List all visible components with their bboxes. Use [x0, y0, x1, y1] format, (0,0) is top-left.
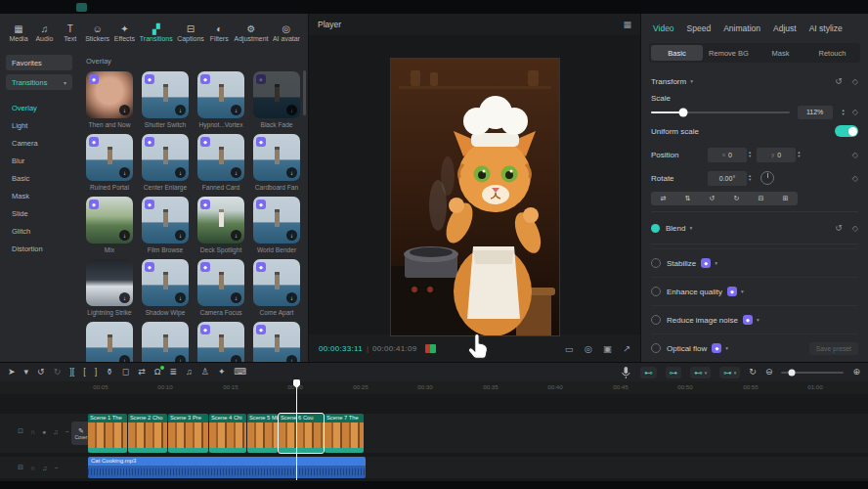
chevron-down-icon[interactable]: ▾: [690, 78, 693, 84]
feature-checkbox[interactable]: [651, 287, 661, 296]
download-icon[interactable]: ↓: [286, 355, 297, 362]
download-icon[interactable]: ↓: [119, 292, 130, 303]
group-clips-icon[interactable]: ⊶: [666, 367, 682, 378]
transition-thumbnail[interactable]: ◆ ↓: [86, 134, 133, 181]
transition-thumbnail[interactable]: ◆ ↓: [253, 259, 300, 306]
tab-adjust[interactable]: Adjust: [773, 23, 797, 33]
chevron-down-icon[interactable]: ▾: [757, 317, 760, 323]
transition-thumbnail[interactable]: ◆ ↓: [142, 71, 189, 118]
transition-thumbnail[interactable]: ◆ ↓: [197, 322, 244, 362]
wand-icon[interactable]: ✦: [218, 368, 226, 377]
keyframe-icon[interactable]: ◇: [852, 151, 858, 159]
transition-item[interactable]: ◆ ↓ Camera Focus: [197, 259, 244, 318]
download-icon[interactable]: ↓: [286, 105, 297, 115]
transition-thumbnail[interactable]: ◆ ↓: [253, 71, 300, 118]
transition-thumbnail[interactable]: ↓: [86, 322, 133, 362]
snapshot-icon[interactable]: ◎: [585, 343, 592, 354]
category-glitch[interactable]: Glitch: [0, 222, 78, 240]
tab-animation[interactable]: Animation: [723, 23, 760, 33]
audio-clip[interactable]: Cat Cooking.mp3: [88, 457, 366, 478]
scene-clip[interactable]: Scene 1 The: [88, 414, 127, 453]
transition-thumbnail[interactable]: ◆ ↓: [253, 197, 300, 244]
rotate-left-icon[interactable]: ↺: [710, 195, 716, 202]
transition-thumbnail[interactable]: ◆ ↓: [253, 134, 300, 181]
collapse-track-icon[interactable]: −: [65, 428, 68, 435]
transition-item[interactable]: ◆ ↓ World Bender: [253, 197, 300, 255]
mute-track-icon[interactable]: ♫: [42, 465, 47, 471]
download-icon[interactable]: ↓: [286, 167, 297, 178]
track-type-icon[interactable]: ⊟: [18, 464, 23, 471]
fullscreen-icon[interactable]: ↗: [623, 343, 630, 354]
media-tool[interactable]: ▦ Media: [8, 23, 29, 42]
subtab-retouch[interactable]: Retouch: [806, 45, 858, 61]
transition-item[interactable]: ↓: [86, 322, 133, 362]
scene-clip[interactable]: Scene 6 Cou: [279, 414, 324, 453]
transition-item[interactable]: ◆ ↓ Hypnot...Vortex: [197, 71, 244, 130]
position-x-stepper[interactable]: ▴▾: [749, 151, 751, 158]
download-icon[interactable]: ↓: [175, 105, 186, 115]
lock-track-icon[interactable]: ∩: [30, 465, 35, 471]
blend-checkbox[interactable]: [651, 224, 660, 233]
transition-item[interactable]: ↓ Lightning Strike: [86, 259, 133, 318]
ai-avatar-tool[interactable]: ◎ AI avatar: [273, 23, 300, 42]
download-icon[interactable]: ↓: [286, 230, 297, 241]
tab-speed[interactable]: Speed: [687, 23, 712, 33]
fill-icon[interactable]: ⊞: [783, 195, 789, 202]
timeline-ruler[interactable]: 00:0500:1000:1500:2000:2500:3000:3500:40…: [0, 381, 868, 394]
download-icon[interactable]: ↓: [231, 292, 241, 303]
transition-item[interactable]: ◆ ↓ Cardboard Fan: [253, 134, 300, 193]
fit-icon[interactable]: ⊟: [759, 195, 764, 202]
transition-icon[interactable]: ⇄: [138, 368, 146, 377]
download-icon[interactable]: ↓: [231, 230, 241, 241]
category-overlay[interactable]: Overlay: [0, 99, 78, 116]
feature-checkbox[interactable]: [651, 258, 661, 268]
download-icon[interactable]: ↓: [175, 292, 186, 303]
tab-video[interactable]: Video: [653, 23, 674, 33]
transition-item[interactable]: ◆ ↓ Mix: [86, 197, 133, 255]
lock-track-icon[interactable]: ∩: [30, 428, 35, 435]
player-options-icon[interactable]: ▦: [623, 20, 631, 29]
transition-thumbnail[interactable]: ◆ ↓: [197, 71, 244, 118]
out-marker-icon[interactable]: ⊶ ▾: [719, 367, 740, 378]
sidebar-favorites[interactable]: Favorites: [6, 55, 72, 70]
transition-thumbnail[interactable]: ◆ ↓: [197, 259, 244, 306]
transition-item[interactable]: ◆ ↓: [197, 322, 244, 362]
captions-tool[interactable]: ⊟ Captions: [177, 23, 204, 42]
transition-thumbnail[interactable]: ↓: [142, 322, 189, 362]
in-marker-icon[interactable]: ⊷ ▾: [690, 367, 711, 378]
subtab-remove-bg[interactable]: Remove BG: [703, 45, 755, 61]
chevron-down-icon[interactable]: ▾: [725, 345, 728, 351]
transition-item[interactable]: ◆ ↓: [253, 322, 300, 362]
transition-item[interactable]: ◆ ↓ Then and Now: [86, 71, 133, 130]
trim-right-icon[interactable]: ]: [95, 368, 98, 377]
timeline-zoom-slider[interactable]: [781, 372, 844, 374]
sidebar-transitions-select[interactable]: Transitions ▾: [6, 74, 72, 90]
flip-horizontal-icon[interactable]: ⇄: [661, 195, 667, 202]
scene-clip[interactable]: Scene 7 The: [325, 414, 364, 453]
scene-clip[interactable]: Scene 5 Mix: [247, 414, 278, 453]
position-y-field[interactable]: y 0: [757, 148, 796, 162]
keyframe-icon[interactable]: ◇: [852, 174, 858, 183]
quality-icon[interactable]: ▣: [603, 343, 612, 354]
transition-item[interactable]: ◆ ↓ Film Browse: [142, 197, 189, 255]
adjustment-tool[interactable]: ⚙ Adjustment: [235, 23, 269, 42]
text-tool[interactable]: T Text: [60, 23, 81, 42]
device-preview-icon[interactable]: ↻: [749, 368, 757, 377]
mute-track-icon[interactable]: ♫: [53, 428, 58, 435]
zoom-out-icon[interactable]: ⊖: [765, 368, 773, 377]
category-blur[interactable]: Blur: [0, 152, 78, 169]
chevron-down-icon[interactable]: ▾: [689, 225, 692, 231]
download-icon[interactable]: ↓: [231, 105, 241, 115]
download-icon[interactable]: ↓: [175, 230, 186, 241]
tab-ai-stylize[interactable]: AI stylize: [809, 23, 843, 33]
save-preset-button[interactable]: Save preset: [809, 342, 858, 355]
position-x-field[interactable]: x 0: [708, 148, 747, 162]
audio-tool[interactable]: ♫ Audio: [33, 23, 55, 42]
download-icon[interactable]: ↓: [175, 355, 186, 362]
transition-thumbnail[interactable]: ◆ ↓: [142, 259, 189, 306]
mixer-icon[interactable]: ≣: [170, 368, 178, 377]
stickers-tool[interactable]: ☺ Stickers: [85, 23, 109, 42]
feature-checkbox[interactable]: [651, 315, 661, 325]
rotate-right-icon[interactable]: ↻: [734, 195, 740, 202]
rotate-stepper[interactable]: ▴▾: [749, 174, 751, 182]
